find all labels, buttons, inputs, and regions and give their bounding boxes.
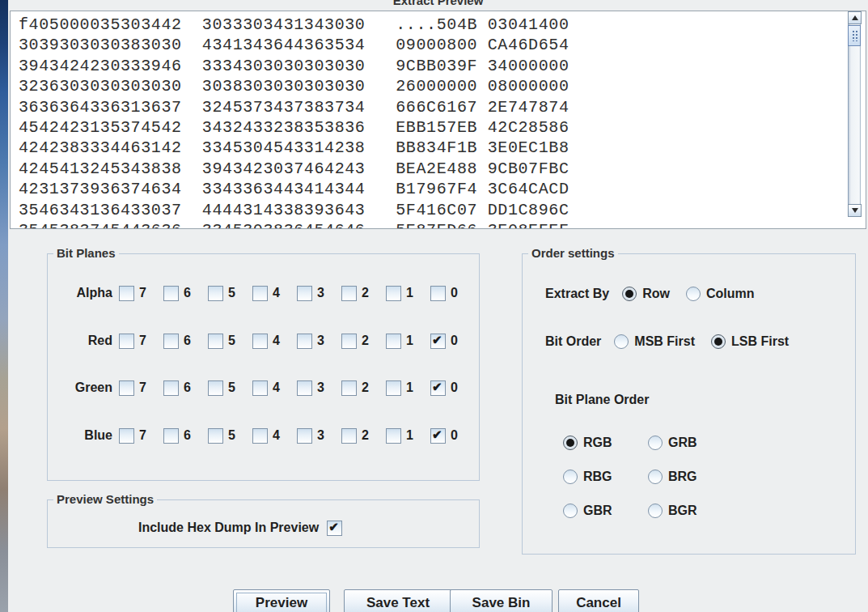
bit-plane-order-cell: BRG <box>648 470 761 484</box>
bitplane-alpha-3-checkbox[interactable] <box>297 286 312 301</box>
bitplane-alpha-7-checkbox[interactable] <box>119 286 134 301</box>
hex-line: 3546343136433037 4444314338393643 5F416C… <box>19 200 845 220</box>
bitplane-blue-7-checkbox[interactable] <box>119 428 134 444</box>
scrollbar-thumb[interactable] <box>848 25 861 46</box>
extract-by-row-radio[interactable] <box>622 287 637 301</box>
bitplane-green-5-checkbox[interactable] <box>208 380 223 396</box>
scroll-down-button[interactable] <box>848 204 862 217</box>
bit-cell: 4 <box>252 286 297 301</box>
bit-digit-label: 3 <box>317 286 324 300</box>
hex-line: f405000035303442 3033303431343030 ....50… <box>19 15 845 35</box>
bit-plane-order-grid: RGBGRBRBGBRGGBRBGR <box>563 426 761 528</box>
cancel-button[interactable]: Cancel <box>558 589 639 612</box>
bit-order-msb-first-radio[interactable] <box>614 334 629 349</box>
bit-digit-label: 4 <box>273 428 280 443</box>
bit-plane-order-grb-radio[interactable] <box>648 436 663 450</box>
bit-cell: 2 <box>341 334 386 349</box>
bitplane-red-7-checkbox[interactable] <box>119 334 134 349</box>
bitplane-blue-4-checkbox[interactable] <box>252 428 268 444</box>
bit-cell: 1 <box>386 334 430 349</box>
bit-plane-order-gbr-label: GBR <box>583 504 612 518</box>
triangle-up-icon <box>852 15 858 20</box>
bit-plane-order-bgr-radio[interactable] <box>648 504 663 518</box>
include-hex-dump-label: Include Hex Dump In Preview <box>138 521 319 535</box>
bitplane-alpha-0-checkbox[interactable] <box>430 286 446 301</box>
vertical-scrollbar[interactable] <box>848 11 862 219</box>
bitplane-alpha-6-checkbox[interactable] <box>163 286 179 301</box>
scrollbar-track[interactable] <box>848 24 861 204</box>
bit-cell: 7 <box>119 428 163 444</box>
preview-button[interactable]: Preview <box>233 589 330 612</box>
bitplane-green-1-checkbox[interactable] <box>386 380 401 396</box>
bitplane-alpha-5-checkbox[interactable] <box>208 286 223 301</box>
bit-plane-order-grb-label: GRB <box>668 436 697 450</box>
bitplane-red-3-checkbox[interactable] <box>297 334 312 349</box>
bit-plane-order-rgb-radio[interactable] <box>563 436 578 450</box>
bitplane-blue-5-checkbox[interactable] <box>208 428 223 444</box>
bitplane-red-1-checkbox[interactable] <box>386 334 401 349</box>
bit-order-label: Bit Order <box>545 334 601 349</box>
bitplane-red-2-checkbox[interactable] <box>341 334 357 349</box>
hex-dump[interactable]: f405000035303442 3033303431343030 ....50… <box>19 15 845 228</box>
bitplane-green-3-checkbox[interactable] <box>297 380 312 396</box>
extract-by-column-radio[interactable] <box>686 287 701 301</box>
hex-line: 3943424230333946 3334303030303030 9CBB03… <box>19 56 845 76</box>
bitplane-green-0-checkbox[interactable] <box>430 380 446 396</box>
bit-digit-label: 7 <box>139 380 146 395</box>
hex-line: 3636364336313637 3245373437383734 666C61… <box>19 97 845 117</box>
bit-cell: 1 <box>386 286 430 301</box>
hex-line: 4242383334463142 3345304543314238 BB834F… <box>19 138 845 158</box>
save-bin-button[interactable]: Save Bin <box>450 589 553 612</box>
channel-label-red: Red <box>48 334 112 348</box>
bit-cell: 0 <box>430 286 475 301</box>
preview-settings-group: Preview Settings Include Hex Dump In Pre… <box>47 499 480 548</box>
bit-planes-group: Bit Planes Alpha76543210Red76543210Green… <box>47 253 480 481</box>
bitplane-blue-0-checkbox[interactable] <box>430 428 446 444</box>
bitplane-red-5-checkbox[interactable] <box>208 334 223 349</box>
bit-digit-label: 5 <box>228 380 235 395</box>
bit-plane-order-gbr-radio[interactable] <box>563 504 578 518</box>
bit-plane-order-cell: RBG <box>563 470 648 484</box>
bit-cell: 3 <box>297 334 341 349</box>
bit-digit-label: 0 <box>451 286 458 300</box>
bit-cell: 1 <box>386 380 430 396</box>
bit-plane-order-cell: RGB <box>563 436 648 450</box>
bit-plane-order-brg-radio[interactable] <box>648 470 663 484</box>
bit-order-lsb-first-radio[interactable] <box>711 334 726 349</box>
bit-cell: 3 <box>297 380 341 396</box>
bit-digit-label: 4 <box>273 334 280 348</box>
bitplane-green-2-checkbox[interactable] <box>341 380 357 396</box>
bit-cell: 2 <box>341 286 386 301</box>
bitplane-row-red: Red76543210 <box>48 333 475 349</box>
bitplane-alpha-4-checkbox[interactable] <box>252 286 268 301</box>
data-extract-dialog: Extract Preview f405000035303442 3033303… <box>8 0 868 612</box>
bitplane-red-0-checkbox[interactable] <box>430 334 446 349</box>
bitplane-green-6-checkbox[interactable] <box>163 380 179 396</box>
bitplane-green-7-checkbox[interactable] <box>119 380 134 396</box>
bit-cell: 7 <box>119 380 163 396</box>
channel-label-alpha: Alpha <box>48 286 112 300</box>
bitplane-blue-1-checkbox[interactable] <box>386 428 401 444</box>
bit-digit-label: 7 <box>139 428 146 443</box>
bitplane-blue-3-checkbox[interactable] <box>297 428 312 444</box>
include-hex-dump-checkbox[interactable] <box>327 521 342 536</box>
bitplane-blue-2-checkbox[interactable] <box>341 428 357 444</box>
bit-plane-order-cell: BGR <box>648 504 761 518</box>
bitplane-alpha-2-checkbox[interactable] <box>341 286 357 301</box>
bitplane-red-6-checkbox[interactable] <box>163 334 179 349</box>
order-settings-group: Order settings Extract By RowColumn Bit … <box>522 253 856 555</box>
bitplane-blue-6-checkbox[interactable] <box>163 428 179 444</box>
channel-label-blue: Blue <box>48 428 112 443</box>
bit-cell: 7 <box>119 334 163 349</box>
bitplane-alpha-1-checkbox[interactable] <box>386 286 401 301</box>
bit-cell: 5 <box>208 380 252 396</box>
extract-by-row: Extract By RowColumn <box>545 286 754 302</box>
scroll-up-button[interactable] <box>848 11 862 24</box>
bit-digit-label: 1 <box>406 334 413 348</box>
bit-plane-order-brg-label: BRG <box>668 470 697 484</box>
save-text-button[interactable]: Save Text <box>344 589 452 612</box>
bitplane-red-4-checkbox[interactable] <box>252 334 268 349</box>
bit-plane-order-rbg-radio[interactable] <box>563 470 578 484</box>
hex-preview-pane: f405000035303442 3033303431343030 ....50… <box>10 11 866 229</box>
bitplane-green-4-checkbox[interactable] <box>252 380 268 396</box>
